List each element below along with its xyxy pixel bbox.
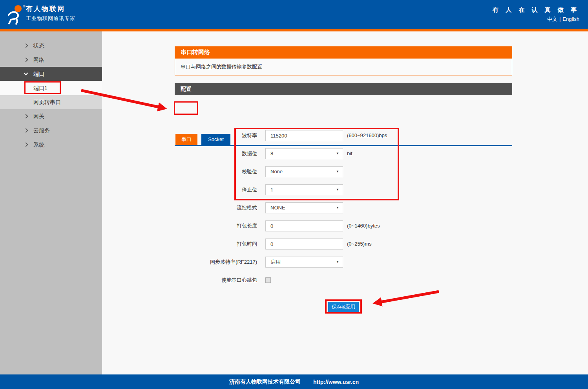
packtime-label: 打包时间 <box>175 239 257 250</box>
packlen-input[interactable] <box>265 220 343 231</box>
form-row-databits: 数据位 8 ▼ bit <box>175 148 512 159</box>
brand-subtitle: 工业物联网通讯专家 <box>26 14 75 23</box>
chevron-right-icon <box>24 43 28 48</box>
form-row-baud: 波特率 (600~921600)bps <box>175 130 512 141</box>
footer-url-link[interactable]: http://www.usr.cn <box>313 379 359 385</box>
syncbaud-label: 同步波特率(RF2217) <box>175 257 257 268</box>
svg-text:®: ® <box>23 4 26 8</box>
databits-label: 数据位 <box>175 148 257 159</box>
sidebar-item-port[interactable]: 端口 <box>0 67 102 81</box>
dropdown-arrow-icon: ▼ <box>336 257 339 267</box>
footer-company: 济南有人物联网技术有限公司 <box>229 378 301 385</box>
form-row-packlen: 打包长度 (0~1460)bytes <box>175 220 512 231</box>
brand-slogan: 有 人 在 认 真 做 事 <box>493 6 579 14</box>
form-row-flowctrl: 流控模式 NONE ▼ <box>175 202 512 213</box>
page-footer: 济南有人物联网技术有限公司 http://www.usr.cn <box>0 374 588 389</box>
lang-separator: | <box>559 16 561 22</box>
packlen-label: 打包长度 <box>175 220 257 231</box>
sidebar-item-system[interactable]: 系统 <box>0 138 102 152</box>
save-apply-button[interactable]: 保存&应用 <box>328 302 359 312</box>
dropdown-arrow-icon: ▼ <box>336 185 339 195</box>
heartbeat-label: 使能串口心跳包 <box>175 275 257 286</box>
chevron-right-icon <box>24 128 28 132</box>
flowctrl-label: 流控模式 <box>175 202 257 213</box>
form-row-parity: 校验位 None ▼ <box>175 166 512 177</box>
stopbits-select[interactable]: 1 ▼ <box>265 184 343 195</box>
parity-label: 校验位 <box>175 166 257 177</box>
databits-select[interactable]: 8 ▼ <box>265 148 343 159</box>
sidebar-item-cloud[interactable]: 云服务 <box>0 123 102 138</box>
config-section-title: 配置 <box>175 83 512 95</box>
brand-block: 有人物联网 工业物联网通讯专家 <box>26 5 75 23</box>
dropdown-arrow-icon: ▼ <box>336 203 339 213</box>
form-row-packtime: 打包时间 (0~255)ms <box>175 239 512 250</box>
chevron-right-icon <box>24 57 28 62</box>
flowctrl-select[interactable]: NONE ▼ <box>265 202 343 213</box>
sidebar-nav: 状态 网络 端口 端口1 网页转串口 网关 云服务 系统 <box>0 31 102 374</box>
form-row-heartbeat: 使能串口心跳包 <box>175 275 512 286</box>
packtime-input[interactable] <box>265 239 343 250</box>
chevron-down-icon <box>24 71 28 75</box>
sidebar-item-status[interactable]: 状态 <box>0 39 102 53</box>
dropdown-arrow-icon: ▼ <box>336 167 339 177</box>
usr-logo-icon: ® <box>5 4 27 26</box>
section-description: 串口与网络之间的数据传输参数配置 <box>175 58 512 75</box>
header-accent-stripe <box>0 29 588 31</box>
baud-hint: (600~921600)bps <box>347 130 387 141</box>
packtime-hint: (0~255)ms <box>347 239 372 250</box>
language-switcher: 中文|English <box>493 15 579 24</box>
sidebar-item-gateway[interactable]: 网关 <box>0 109 102 123</box>
main-content: 串口转网络 串口与网络之间的数据传输参数配置 配置 串口 Socket 波特率 … <box>102 31 588 374</box>
baud-label: 波特率 <box>175 130 257 141</box>
packlen-hint: (0~1460)bytes <box>347 220 380 231</box>
section-title: 串口转网络 <box>175 46 512 58</box>
sidebar-item-port1[interactable]: 端口1 <box>0 81 102 95</box>
lang-en-link[interactable]: English <box>562 16 579 22</box>
sidebar-item-web-to-serial[interactable]: 网页转串口 <box>0 95 102 109</box>
lang-zh-link[interactable]: 中文 <box>547 16 557 22</box>
stopbits-label: 停止位 <box>175 184 257 195</box>
parity-select[interactable]: None ▼ <box>265 166 343 177</box>
app-header: ® 有人物联网 工业物联网通讯专家 有 人 在 认 真 做 事 中文|Engli… <box>0 0 588 29</box>
chevron-right-icon <box>24 114 28 118</box>
syncbaud-select[interactable]: 启用 ▼ <box>265 257 343 268</box>
dropdown-arrow-icon: ▼ <box>336 149 339 159</box>
brand-title: 有人物联网 <box>26 5 75 13</box>
tab-underline <box>175 145 512 146</box>
baud-input[interactable] <box>265 130 343 141</box>
form-row-syncbaud: 同步波特率(RF2217) 启用 ▼ <box>175 257 512 268</box>
form-row-stopbits: 停止位 1 ▼ <box>175 184 512 195</box>
chevron-right-icon <box>24 142 28 147</box>
heartbeat-checkbox[interactable] <box>265 277 271 283</box>
databits-hint: bit <box>347 148 352 159</box>
sidebar-item-network[interactable]: 网络 <box>0 53 102 67</box>
